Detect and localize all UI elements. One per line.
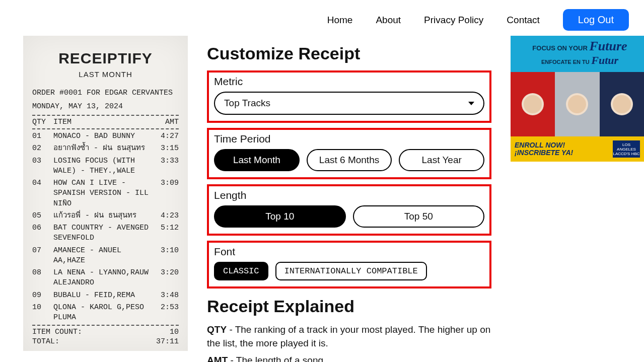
row-amt: 3:10 — [154, 246, 179, 266]
receipt-columns: QTY ITEM AMT — [32, 118, 179, 126]
col-amt: AMT — [154, 118, 179, 126]
receipt-order-line: ORDER #0001 FOR EDGAR CERVANTES — [32, 88, 179, 98]
table-row: 05แก้วรอพี่ - ฝน ธนสุนทร4:23 — [32, 211, 179, 221]
row-amt: 3:33 — [154, 156, 179, 177]
font-label: Font — [214, 246, 484, 258]
row-amt: 2:53 — [154, 303, 179, 323]
table-row: 08LA NENA - LYANNO,RAUW ALEJANDRO3:20 — [32, 268, 179, 288]
time-period-group: Time Period Last MonthLast 6 MonthsLast … — [207, 128, 491, 179]
nav-about[interactable]: About — [376, 15, 401, 26]
metric-label: Metric — [214, 76, 484, 88]
explain-heading: Receipt Explained — [207, 297, 491, 316]
explain-qty: QTY - The ranking of a track in your mos… — [207, 323, 491, 350]
receipt-date-line: MONDAY, MAY 13, 2024 — [32, 101, 179, 112]
ad-banner[interactable]: FOCUS ON YOUR Future ENFOCATE EN TU Futu… — [511, 36, 644, 162]
row-item: MONACO - BAD BUNNY — [53, 131, 154, 141]
top-nav: Home About Privacy Policy Contact Log Ou… — [0, 0, 644, 36]
row-qty: 08 — [32, 268, 53, 288]
length-option[interactable]: Top 50 — [353, 205, 484, 228]
table-row: 03LOSING FOCUS (WITH WALE) - THEY.,WALE3… — [32, 156, 179, 177]
ad-cta: ENROLL NOW! ¡INSCRIBETE YA! LOS ANGELESL… — [511, 136, 644, 162]
table-row: 04HOW CAN I LIVE - SPANISH VERSION - ILL… — [32, 178, 179, 209]
ad-headline: FOCUS ON YOUR Future ENFOCATE EN TU Futu… — [511, 36, 644, 72]
receipt-item-count: ITEM COUNT: 10 — [32, 328, 179, 336]
receipt-subtitle: LAST MONTH — [32, 70, 179, 79]
receipt-total: TOTAL: 37:11 — [32, 337, 179, 346]
row-amt: 5:12 — [154, 223, 179, 244]
row-amt: 3:20 — [154, 268, 179, 288]
metric-selected: Top Tracks — [224, 98, 270, 109]
row-item: BAT COUNTRY - AVENGED SEVENFOLD — [53, 223, 154, 244]
time-option[interactable]: Last Month — [214, 149, 300, 171]
row-qty: 01 — [32, 131, 53, 141]
row-qty: 03 — [32, 156, 53, 177]
font-option[interactable]: INTERNATIONALLY COMPATIBLE — [275, 262, 427, 280]
chevron-down-icon — [468, 102, 474, 105]
length-option[interactable]: Top 10 — [214, 205, 345, 228]
row-qty: 06 — [32, 223, 53, 244]
row-amt: 4:23 — [154, 211, 179, 221]
nav-contact[interactable]: Contact — [507, 15, 539, 26]
time-period-label: Time Period — [214, 133, 484, 145]
row-amt: 3:48 — [154, 291, 179, 301]
row-item: แก้วรอพี่ - ฝน ธนสุนทร — [53, 211, 154, 221]
metric-select[interactable]: Top Tracks — [214, 92, 484, 115]
row-qty: 02 — [32, 143, 53, 154]
row-item: LA NENA - LYANNO,RAUW ALEJANDRO — [53, 268, 154, 288]
row-amt: 3:09 — [154, 178, 179, 209]
row-amt: 3:15 — [154, 143, 179, 154]
item-count-value: 10 — [170, 328, 179, 336]
ad-imagery — [511, 72, 644, 136]
table-row: 07AMANECE - ANUEL AA,HAZE3:10 — [32, 246, 179, 266]
font-option[interactable]: CLASSIC — [214, 262, 268, 280]
nav-privacy[interactable]: Privacy Policy — [424, 15, 483, 26]
row-item: HOW CAN I LIVE - SPANISH VERSION - ILL N… — [53, 178, 154, 209]
table-row: 02อยากฟังซ้ำ - ฝน ธนสุนทร3:15 — [32, 143, 179, 154]
customize-panel: Customize Receipt Metric Top Tracks Time… — [207, 36, 491, 362]
logout-button[interactable]: Log Out — [563, 9, 629, 31]
receipt-rows: 01MONACO - BAD BUNNY4:2702อยากฟังซ้ำ - ฝ… — [32, 131, 179, 323]
row-item: LOSING FOCUS (WITH WALE) - THEY.,WALE — [53, 156, 154, 177]
col-qty: QTY — [32, 118, 53, 126]
table-row: 10QLONA - KAROL G,PESO PLUMA2:53 — [32, 303, 179, 323]
length-label: Length — [214, 189, 484, 201]
nav-home[interactable]: Home — [327, 15, 353, 26]
divider — [32, 128, 179, 129]
total-label: TOTAL: — [32, 337, 59, 346]
ad-column: FOCUS ON YOUR Future ENFOCATE EN TU Futu… — [511, 36, 644, 162]
metric-group: Metric Top Tracks — [207, 70, 491, 123]
receipt-title: RECEIPTIFY — [32, 50, 179, 67]
time-option[interactable]: Last Year — [399, 149, 484, 171]
row-item: QLONA - KAROL G,PESO PLUMA — [53, 303, 154, 323]
col-item: ITEM — [53, 118, 154, 126]
font-group: Font CLASSICINTERNATIONALLY COMPATIBLE — [207, 241, 491, 288]
table-row: 01MONACO - BAD BUNNY4:27 — [32, 131, 179, 141]
ad-logo: LOS ANGELESLACCD'S HBC — [613, 140, 640, 158]
length-group: Length Top 10Top 50 — [207, 184, 491, 236]
row-item: AMANECE - ANUEL AA,HAZE — [53, 246, 154, 266]
divider — [32, 325, 179, 326]
row-amt: 4:27 — [154, 131, 179, 141]
table-row: 09BUBALU - FEID,REMA3:48 — [32, 291, 179, 301]
row-qty: 05 — [32, 211, 53, 221]
receipt-explained: Receipt Explained QTY - The ranking of a… — [207, 297, 491, 362]
explain-amt: AMT - The length of a song — [207, 354, 491, 362]
row-qty: 07 — [32, 246, 53, 266]
row-qty: 09 — [32, 291, 53, 301]
row-item: BUBALU - FEID,REMA — [53, 291, 154, 301]
row-item: อยากฟังซ้ำ - ฝน ธนสุนทร — [53, 143, 154, 154]
row-qty: 10 — [32, 303, 53, 323]
row-qty: 04 — [32, 178, 53, 209]
customize-heading: Customize Receipt — [207, 44, 491, 63]
time-option[interactable]: Last 6 Months — [307, 149, 392, 171]
item-count-label: ITEM COUNT: — [32, 328, 82, 336]
receipt-preview: RECEIPTIFY LAST MONTH ORDER #0001 FOR ED… — [23, 36, 188, 351]
table-row: 06BAT COUNTRY - AVENGED SEVENFOLD5:12 — [32, 223, 179, 244]
total-value: 37:11 — [156, 337, 179, 346]
divider — [32, 115, 179, 116]
